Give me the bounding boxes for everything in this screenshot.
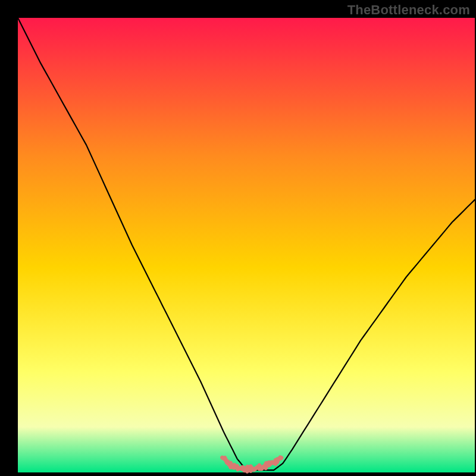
chart-frame: TheBottleneck.com xyxy=(0,0,476,476)
bottleneck-chart xyxy=(0,0,476,476)
plot-background xyxy=(18,18,475,472)
watermark-text: TheBottleneck.com xyxy=(347,2,470,18)
